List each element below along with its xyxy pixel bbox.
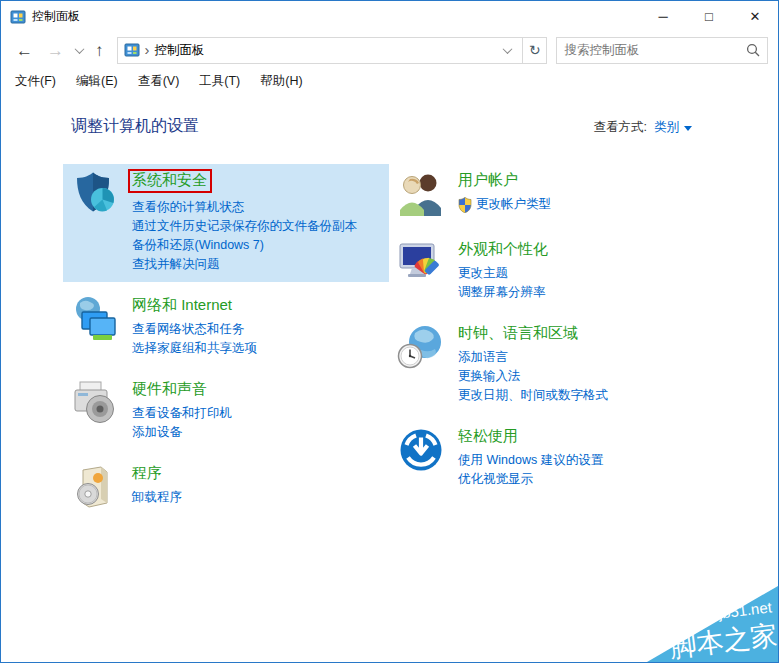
category-links: 添加语言更换输入法更改日期、时间或数字格式 (458, 348, 608, 405)
dropdown-arrow-icon (684, 126, 692, 131)
navigation-bar: ← → ↑ › 控制面板 ↻ (1, 32, 778, 68)
category-title-programs[interactable]: 程序 (132, 464, 162, 483)
task-link[interactable]: 添加设备 (132, 423, 232, 442)
forward-icon[interactable]: → (40, 42, 71, 59)
task-link[interactable]: 查看你的计算机状态 (132, 198, 357, 217)
category-title-clock-language-region[interactable]: 时钟、语言和区域 (458, 324, 578, 343)
category-links: 查看网络状态和任务选择家庭组和共享选项 (132, 320, 257, 358)
category-title-system-security[interactable]: 系统和安全 (128, 169, 212, 193)
category-title-network-internet[interactable]: 网络和 Internet (132, 296, 232, 315)
menu-item-0[interactable]: 文件(F) (5, 70, 66, 93)
globe-clock-icon (397, 323, 445, 371)
left-column: 系统和安全 查看你的计算机状态通过文件历史记录保存你的文件备份副本备份和还原(W… (63, 164, 389, 526)
category-appearance-personalization: 外观和个性化 更改主题调整屏幕分辨率 (389, 233, 719, 310)
control-panel-icon (124, 42, 140, 58)
task-link[interactable]: 查看设备和打印机 (132, 404, 232, 423)
category-system-security: 系统和安全 查看你的计算机状态通过文件历史记录保存你的文件备份副本备份和还原(W… (63, 164, 389, 282)
category-hardware-sound: 硬件和声音 查看设备和打印机添加设备 (63, 373, 389, 450)
up-icon[interactable]: ↑ (88, 42, 111, 59)
back-icon[interactable]: ← (9, 42, 40, 59)
menu-item-4[interactable]: 帮助(H) (250, 70, 312, 93)
software-box-icon (71, 463, 119, 511)
category-title-appearance-personalization[interactable]: 外观和个性化 (458, 240, 548, 259)
category-links: 更改帐户类型 (458, 195, 551, 214)
category-columns: 系统和安全 查看你的计算机状态通过文件历史记录保存你的文件备份副本备份和还原(W… (1, 164, 778, 526)
page-title: 调整计算机的设置 (71, 116, 199, 137)
task-link[interactable]: 选择家庭组和共享选项 (132, 339, 257, 358)
category-clock-language-region: 时钟、语言和区域 添加语言更换输入法更改日期、时间或数字格式 (389, 317, 719, 413)
task-link[interactable]: 更改日期、时间或数字格式 (458, 386, 608, 405)
maximize-button[interactable]: □ (686, 1, 732, 32)
category-links: 查看你的计算机状态通过文件历史记录保存你的文件备份副本备份和还原(Windows… (132, 198, 357, 274)
search-icon[interactable] (746, 43, 760, 57)
users-icon (397, 170, 445, 218)
search-input[interactable] (564, 43, 746, 57)
view-by: 查看方式: 类别 (594, 119, 692, 136)
task-link[interactable]: 优化视觉显示 (458, 470, 603, 489)
task-link[interactable]: 更换输入法 (458, 367, 608, 386)
category-ease-of-access: 轻松使用 使用 Windows 建议的设置优化视觉显示 (389, 420, 719, 497)
address-dropdown-icon[interactable] (499, 47, 516, 54)
category-programs: 程序 卸载程序 (63, 457, 389, 519)
view-by-dropdown[interactable]: 类别 (654, 119, 692, 136)
category-title-hardware-sound[interactable]: 硬件和声音 (132, 380, 207, 399)
window-title: 控制面板 (32, 8, 80, 25)
task-link[interactable]: 更改帐户类型 (458, 195, 551, 214)
task-link[interactable]: 卸载程序 (132, 488, 182, 507)
right-column: 用户帐户 更改帐户类型 外观和个性化 更改主题调整屏幕分辨率 时钟、语言和区域 … (389, 164, 719, 504)
task-link[interactable]: 查找并解决问题 (132, 255, 357, 274)
category-network-internet: 网络和 Internet 查看网络状态和任务选择家庭组和共享选项 (63, 289, 389, 366)
menu-item-3[interactable]: 工具(T) (189, 70, 250, 93)
ease-of-access-icon (397, 426, 445, 474)
breadcrumb-chevron-icon[interactable]: › (145, 42, 150, 57)
window-controls: ─ □ ✕ (640, 1, 778, 32)
category-title-user-accounts[interactable]: 用户帐户 (458, 171, 518, 190)
close-button[interactable]: ✕ (732, 1, 778, 32)
breadcrumb[interactable]: 控制面板 (155, 42, 205, 59)
task-link[interactable]: 通过文件历史记录保存你的文件备份副本 (132, 217, 357, 236)
menu-item-2[interactable]: 查看(V) (128, 70, 190, 93)
minimize-button[interactable]: ─ (640, 1, 686, 32)
watermark: jb51.net 脚本之家 (647, 586, 778, 662)
menu-bar: 文件(F)编辑(E)查看(V)工具(T)帮助(H) (1, 68, 778, 95)
address-bar[interactable]: › 控制面板 (117, 37, 524, 64)
menu-item-1[interactable]: 编辑(E) (66, 70, 128, 93)
category-links: 卸载程序 (132, 488, 182, 507)
globe-monitors-icon (71, 295, 119, 343)
search-box (556, 37, 768, 64)
task-link[interactable]: 使用 Windows 建议的设置 (458, 451, 603, 470)
history-dropdown-icon[interactable] (71, 47, 88, 54)
printer-speaker-icon (71, 379, 119, 427)
title-bar: 控制面板 ─ □ ✕ (1, 1, 778, 32)
category-links: 查看设备和打印机添加设备 (132, 404, 232, 442)
task-link[interactable]: 添加语言 (458, 348, 608, 367)
task-link[interactable]: 更改主题 (458, 264, 548, 283)
category-user-accounts: 用户帐户 更改帐户类型 (389, 164, 719, 226)
control-panel-window: 控制面板 ─ □ ✕ ← → ↑ › 控制面板 ↻ 文件(F) (0, 0, 779, 663)
category-title-ease-of-access[interactable]: 轻松使用 (458, 427, 518, 446)
refresh-icon[interactable]: ↻ (523, 37, 547, 64)
task-link[interactable]: 调整屏幕分辨率 (458, 283, 548, 302)
shield-pie-icon (71, 170, 119, 218)
category-links: 使用 Windows 建议的设置优化视觉显示 (458, 451, 603, 489)
control-panel-icon (10, 9, 26, 25)
monitor-palette-icon (397, 239, 445, 287)
content-header: 调整计算机的设置 查看方式: 类别 (1, 116, 778, 137)
view-by-label: 查看方式: (594, 119, 647, 136)
category-links: 更改主题调整屏幕分辨率 (458, 264, 548, 302)
task-link[interactable]: 查看网络状态和任务 (132, 320, 257, 339)
uac-shield-icon (458, 197, 472, 213)
task-link[interactable]: 备份和还原(Windows 7) (132, 236, 357, 255)
content-area: 调整计算机的设置 查看方式: 类别 系统和安全 查看你的计算机状态通过文件历史记… (1, 95, 778, 662)
